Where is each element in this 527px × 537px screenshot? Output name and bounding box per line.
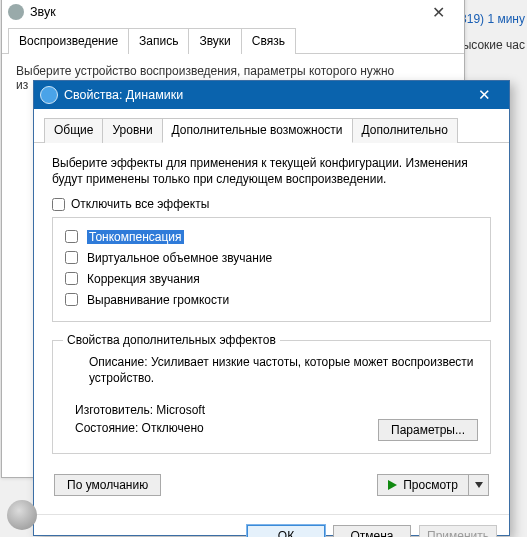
sound-tab-sounds[interactable]: Звуки <box>188 28 241 54</box>
disable-all-effects-label: Отключить все эффекты <box>71 197 209 211</box>
effect-room-correction-checkbox[interactable] <box>65 272 78 285</box>
effect-properties-legend: Свойства дополнительных эффектов <box>63 333 280 347</box>
sound-hint: Выберите устройство воспроизведения, пар… <box>16 64 450 78</box>
tab-general[interactable]: Общие <box>44 118 103 143</box>
bg-text-fragment: ысокие час <box>463 38 525 52</box>
effect-loudness-eq[interactable]: Выравнивание громкости <box>61 290 482 309</box>
effect-description: Описание: Усиливает низкие частоты, кото… <box>89 355 478 386</box>
effect-virtual-surround-label: Виртуальное объемное звучание <box>87 251 272 265</box>
effect-loudness-eq-label: Выравнивание громкости <box>87 293 229 307</box>
properties-title: Свойства: Динамики <box>64 88 183 102</box>
effect-properties-group: Свойства дополнительных эффектов Описани… <box>52 340 491 453</box>
restore-defaults-button[interactable]: По умолчанию <box>54 474 161 496</box>
properties-window: Свойства: Динамики ✕ Общие Уровни Дополн… <box>33 80 510 536</box>
play-icon <box>388 480 397 490</box>
tab-enhancements[interactable]: Дополнительные возможности <box>162 118 353 143</box>
preview-split-button[interactable]: Просмотр <box>377 474 489 496</box>
sound-tab-playback[interactable]: Воспроизведение <box>8 28 129 54</box>
cancel-button[interactable]: Отмена <box>333 525 411 537</box>
effect-room-correction-label: Коррекция звучания <box>87 272 200 286</box>
bg-link-fragment: 319) 1 мину <box>460 12 525 26</box>
effect-bass-boost-checkbox[interactable] <box>65 230 78 243</box>
sound-tabs: Воспроизведение Запись Звуки Связь <box>2 27 464 54</box>
avatar <box>7 500 37 530</box>
tab-levels[interactable]: Уровни <box>102 118 162 143</box>
sound-tab-record[interactable]: Запись <box>128 28 189 54</box>
sound-tab-comm[interactable]: Связь <box>241 28 296 54</box>
intro-text: Выберите эффекты для применения к текуще… <box>52 155 491 187</box>
effect-bass-boost[interactable]: Тонкомпенсация <box>61 227 482 246</box>
sound-title: Звук <box>30 5 56 19</box>
effect-virtual-surround-checkbox[interactable] <box>65 251 78 264</box>
preview-play-button[interactable]: Просмотр <box>377 474 469 496</box>
manufacturer-row: Изготовитель: Microsoft <box>75 403 478 417</box>
effect-virtual-surround[interactable]: Виртуальное объемное звучание <box>61 248 482 267</box>
ok-button[interactable]: ОК <box>247 525 325 537</box>
disable-all-effects[interactable]: Отключить все эффекты <box>52 197 491 211</box>
apply-button[interactable]: Применить <box>419 525 497 537</box>
properties-titlebar[interactable]: Свойства: Динамики ✕ <box>34 81 509 109</box>
chevron-down-icon <box>475 482 483 488</box>
properties-close-button[interactable]: ✕ <box>463 84 505 106</box>
speaker-icon <box>40 86 58 104</box>
effect-loudness-eq-checkbox[interactable] <box>65 293 78 306</box>
preview-label: Просмотр <box>403 478 458 492</box>
parameters-button[interactable]: Параметры... <box>378 419 478 441</box>
effect-bass-boost-label: Тонкомпенсация <box>87 230 184 244</box>
disable-all-effects-checkbox[interactable] <box>52 198 65 211</box>
preview-dropdown-button[interactable] <box>469 474 489 496</box>
sound-icon <box>8 4 24 20</box>
tab-advanced[interactable]: Дополнительно <box>352 118 458 143</box>
effect-room-correction[interactable]: Коррекция звучания <box>61 269 482 288</box>
properties-tabs: Общие Уровни Дополнительные возможности … <box>34 109 509 143</box>
sound-close-button[interactable]: ✕ <box>418 0 458 24</box>
effects-list: Тонкомпенсация Виртуальное объемное звуч… <box>52 217 491 322</box>
